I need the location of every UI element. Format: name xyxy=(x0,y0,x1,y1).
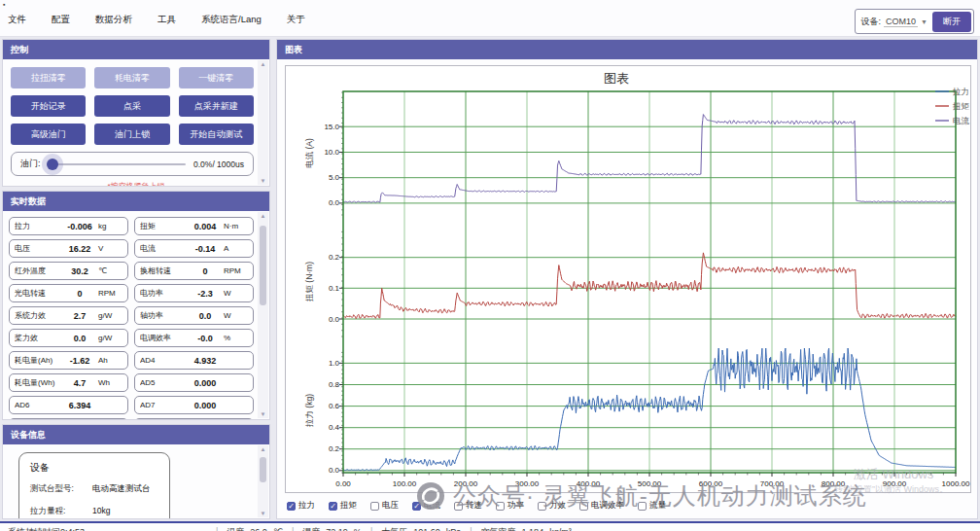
scroll-down-icon[interactable]: ▼ xyxy=(258,511,268,516)
x-tick-label: 900.00 xyxy=(883,479,907,488)
device-group-title: 设备 xyxy=(30,461,158,475)
menu-tools[interactable]: 工具 xyxy=(158,14,176,26)
series-checkbox-voltage[interactable]: 电压 xyxy=(370,500,399,512)
rt-field-current: 电流-0.14A xyxy=(134,239,254,258)
status-metrics: |温度26.0℃|湿度72.19%|大气压101.60kPa|空气密度1.184… xyxy=(207,526,572,531)
rt-field-label: 桨力效 xyxy=(15,333,61,343)
rt-field-ad5: AD50.000 xyxy=(134,373,254,392)
scroll-up-icon[interactable]: ▲ xyxy=(258,61,268,67)
checkbox-unchecked-icon[interactable] xyxy=(538,502,546,511)
start-auto-test-button[interactable]: 开始自动测试 xyxy=(179,124,254,145)
checkbox-unchecked-icon[interactable] xyxy=(496,502,505,511)
checkbox-unchecked-icon[interactable] xyxy=(370,502,379,511)
series-checkbox-torque[interactable]: ✓扭矩 xyxy=(329,500,357,512)
rt-field-value: -1.62 xyxy=(61,356,98,366)
rt-field-value: 0.0 xyxy=(61,334,98,343)
scroll-down-icon[interactable]: ▼ xyxy=(258,411,268,417)
rt-field-value: 4.932 xyxy=(187,356,224,366)
rt-field-value: 0.000 xyxy=(187,401,224,410)
series-checkbox-label: 转速 xyxy=(466,500,482,512)
rt-field-value: 16.22 xyxy=(61,244,98,254)
menu-language[interactable]: 系统语言/Lang xyxy=(201,14,262,26)
scroll-down-icon[interactable]: ▼ xyxy=(258,178,268,184)
menu-config[interactable]: 配置 xyxy=(52,14,70,26)
checkbox-checked-icon[interactable]: ✓ xyxy=(412,502,421,511)
zero-all-button[interactable]: 一键清零 xyxy=(179,67,254,88)
scrollbar-thumb[interactable] xyxy=(260,226,266,305)
series-checkbox-power[interactable]: 功率 xyxy=(496,500,524,512)
scroll-up-icon[interactable]: ▲ xyxy=(258,213,268,219)
rt-field-value: 30.2 xyxy=(61,266,98,276)
status-separator: | xyxy=(370,526,372,531)
rt-field-label: 电压 xyxy=(15,243,61,254)
chevron-down-icon[interactable]: ▼ xyxy=(921,18,928,25)
throttle-lock-button[interactable]: 油门上锁 xyxy=(94,124,169,145)
rt-field-label: 换相转速 xyxy=(140,266,187,276)
control-button-grid: 拉扭清零耗电清零一键清零开始记录点采点采并新建高级油门油门上锁开始自动测试 xyxy=(11,67,254,145)
y-tick-label: 5.0 xyxy=(329,173,340,182)
disconnect-button[interactable]: 断开 xyxy=(932,12,971,32)
rt-field-label: 耗电量(Wh) xyxy=(15,377,61,388)
checkbox-checked-icon[interactable]: ✓ xyxy=(287,502,296,511)
chart-frame: 0.05.010.015.0电流 (A)0.00.10.2扭矩 (N·m)0.0… xyxy=(285,65,971,493)
rt-field-shaft-power: 轴功率0.0W xyxy=(134,306,254,325)
start-record-button[interactable]: 开始记录 xyxy=(11,95,86,117)
rt-field-value: 2.7 xyxy=(61,311,98,321)
checkbox-unchecked-icon[interactable] xyxy=(454,502,463,511)
rt-field-value: -2.3 xyxy=(187,289,224,299)
device-connection-group: 设备: COM10 ▼ 断开 xyxy=(855,9,974,34)
rt-field-value: -0.14 xyxy=(187,244,224,254)
checkbox-unchecked-icon[interactable] xyxy=(579,502,588,511)
control-scrollbar[interactable]: ▲ ▼ xyxy=(258,60,268,185)
rt-field-unit: A xyxy=(224,244,248,253)
status-temperature: 温度26.0℃ xyxy=(227,526,283,531)
series-checkbox-flow[interactable]: 流量 xyxy=(638,500,666,512)
series-checkbox-esc-efficiency[interactable]: 电调效率 xyxy=(579,500,624,512)
checkbox-checked-icon[interactable]: ✓ xyxy=(329,502,337,511)
throttle-slider-thumb[interactable] xyxy=(47,159,58,170)
y-tick-label: 0.0 xyxy=(329,466,340,475)
series-checkbox-row: ✓拉力✓扭矩电压✓电流转速功率力效电调效率流量 xyxy=(287,500,680,512)
status-separator: | xyxy=(470,526,472,531)
menu-data-analysis[interactable]: 数据分析 xyxy=(95,14,132,26)
point-sample-new-button[interactable]: 点采并新建 xyxy=(179,95,254,117)
realtime-scrollbar[interactable]: ▲ ▼ xyxy=(258,212,268,418)
rt-field-partial xyxy=(9,418,128,419)
scroll-up-icon[interactable]: ▲ xyxy=(258,446,268,452)
rt-field-thrust: 拉力-0.006kg xyxy=(9,217,128,235)
control-panel: 控制 拉扭清零耗电清零一键清零开始记录点采点采并新建高级油门油门上锁开始自动测试… xyxy=(2,39,270,187)
rt-field-label: 拉力 xyxy=(15,221,61,231)
chart-canvas: 0.05.010.015.0电流 (A)0.00.10.2扭矩 (N·m)0.0… xyxy=(286,66,972,494)
device-port-select[interactable]: COM10 xyxy=(884,17,918,27)
rt-field-value: 0.0 xyxy=(187,311,224,321)
rt-field-label: 光电转速 xyxy=(15,288,61,299)
y-axis-label-current: 电流 (A) xyxy=(304,138,314,168)
series-checkbox-label: 电流 xyxy=(424,500,440,512)
advanced-throttle-button[interactable]: 高级油门 xyxy=(11,124,86,145)
rt-field-unit: V xyxy=(98,244,122,253)
menu-bar: 文件配置数据分析工具系统语言/Lang关于 xyxy=(8,14,305,26)
device-info-scrollbar[interactable]: ▲ ▼ xyxy=(258,445,268,517)
throttle-slider[interactable] xyxy=(49,163,187,165)
checkbox-unchecked-icon[interactable] xyxy=(638,502,647,511)
series-checkbox-rpm[interactable]: 转速 xyxy=(454,500,482,512)
series-checkbox-efficiency[interactable]: 力效 xyxy=(538,500,566,512)
rt-field-consumed-ah: 耗电量(Ah)-1.62Ah xyxy=(9,351,128,370)
y-tick-label: 0.2 xyxy=(329,444,340,453)
menu-about[interactable]: 关于 xyxy=(287,14,305,26)
rt-field-consumed-wh: 耗电量(Wh)4.7Wh xyxy=(9,373,128,392)
y-tick-label: 0.0 xyxy=(329,315,340,324)
scrollbar-thumb[interactable] xyxy=(260,457,266,482)
point-sample-button[interactable]: 点采 xyxy=(94,95,169,117)
series-checkbox-current[interactable]: ✓电流 xyxy=(412,500,440,512)
x-tick-label: 1000.00 xyxy=(942,479,970,488)
rt-field-value: 0 xyxy=(187,266,224,276)
zero-thrust-torque-button[interactable]: 拉扭清零 xyxy=(11,67,86,88)
series-checkbox-thrust[interactable]: ✓拉力 xyxy=(287,500,315,512)
menu-file[interactable]: 文件 xyxy=(8,14,26,26)
rt-field-ad7: AD70.000 xyxy=(134,396,254,414)
device-group-box: 设备 测试台型号: 电动高速测试台 拉力量程: 10kg 扭矩量程: 5N·m xyxy=(18,452,170,518)
series-checkbox-label: 力效 xyxy=(549,500,566,512)
rt-field-label: 轴功率 xyxy=(140,310,187,321)
zero-consumption-button[interactable]: 耗电清零 xyxy=(94,67,169,88)
